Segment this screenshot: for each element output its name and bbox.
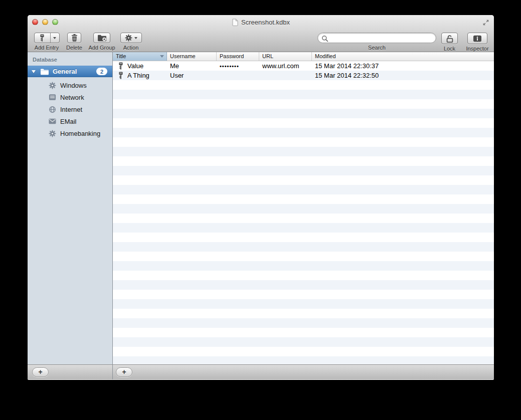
delete-button[interactable] xyxy=(67,33,81,43)
cell-url: www.url.com xyxy=(259,62,312,70)
key-icon xyxy=(118,72,123,79)
gear-icon xyxy=(125,34,132,42)
inspector-icon xyxy=(473,35,482,42)
add-group-button[interactable] xyxy=(93,33,110,43)
column-header-modified[interactable]: Modified xyxy=(312,52,494,61)
inspector-button[interactable] xyxy=(467,33,487,44)
add-group-label: Add Group xyxy=(88,45,115,51)
column-header-url[interactable]: URL xyxy=(259,52,312,61)
sidebar-item-label: Internet xyxy=(60,106,82,113)
add-group-plus-button[interactable]: + xyxy=(32,367,49,377)
sidebar-bottom-bar: + xyxy=(28,365,113,379)
lock-open-icon xyxy=(446,35,454,43)
inspector-label: Inspector xyxy=(466,46,488,52)
search-item: Search xyxy=(317,33,436,51)
sidebar-list: Windows Network Internet EMail Homebanki… xyxy=(28,79,112,139)
entry-table: Title Username Password URL Modified Val… xyxy=(113,52,494,364)
trash-icon xyxy=(71,34,78,42)
main-split: Database General 2 Windows Network xyxy=(28,52,494,364)
window-chrome: Screenshot.kdbx Add Entry Delete xyxy=(28,15,494,52)
sidebar-item-label: Network xyxy=(60,94,84,101)
globe-icon xyxy=(48,105,56,113)
add-entry-button[interactable] xyxy=(34,33,60,43)
sidebar-item-label: EMail xyxy=(60,118,77,125)
sidebar-item-label: Homebanking xyxy=(60,130,100,137)
column-label: Password xyxy=(220,53,244,59)
column-header-title[interactable]: Title xyxy=(113,52,167,61)
document-icon xyxy=(232,19,238,26)
sidebar-group-general[interactable]: General 2 xyxy=(28,66,112,77)
lock-item: Lock xyxy=(441,33,458,52)
table-row[interactable]: A Thing User 15 Mar 2014 22:32:50 xyxy=(113,71,494,80)
cell-password: •••••••• xyxy=(217,63,259,69)
folder-icon xyxy=(40,68,49,75)
chevron-down-icon xyxy=(134,37,137,39)
column-header-username[interactable]: Username xyxy=(167,52,217,61)
key-icon xyxy=(118,62,123,70)
add-group-item: Add Group xyxy=(86,33,117,51)
column-label: Modified xyxy=(315,53,336,59)
cell-modified: 15 Mar 2014 22:32:50 xyxy=(312,72,494,79)
window-title-text: Screenshot.kdbx xyxy=(241,19,290,26)
chevron-down-icon xyxy=(53,37,56,39)
cell-username: Me xyxy=(167,62,217,70)
table-body: Value Me •••••••• www.url.com 15 Mar 201… xyxy=(113,61,494,364)
inspector-item: Inspector xyxy=(464,33,490,52)
gear-icon xyxy=(48,81,56,89)
sidebar-item-network[interactable]: Network xyxy=(28,91,112,103)
column-label: Title xyxy=(116,53,126,59)
add-entry-dropdown[interactable] xyxy=(51,33,59,43)
app-window: Screenshot.kdbx Add Entry Delete xyxy=(28,15,494,380)
fullscreen-icon[interactable] xyxy=(482,19,490,27)
lock-button[interactable] xyxy=(441,33,458,44)
delete-item: Delete xyxy=(64,33,84,51)
bottom-bar: + + xyxy=(28,364,494,379)
search-field xyxy=(317,33,436,43)
add-entry-item: Add Entry xyxy=(33,33,61,51)
search-icon xyxy=(321,35,328,42)
folder-add-icon xyxy=(97,34,107,42)
search-label: Search xyxy=(368,45,386,51)
disclosure-triangle-icon[interactable] xyxy=(32,70,36,73)
action-label: Action xyxy=(123,45,139,51)
sort-arrow-icon xyxy=(160,55,164,58)
cell-title: Value xyxy=(127,62,143,70)
content-bottom-bar: + xyxy=(113,365,494,379)
gear-icon xyxy=(48,129,56,137)
delete-label: Delete xyxy=(66,45,82,51)
column-label: Username xyxy=(170,53,196,59)
add-entry-plus-button[interactable]: + xyxy=(116,367,132,377)
cell-modified: 15 Mar 2014 22:30:37 xyxy=(312,62,494,70)
column-header-password[interactable]: Password xyxy=(217,52,259,61)
sidebar-item-label: Windows xyxy=(60,82,87,89)
group-count-badge: 2 xyxy=(96,68,107,75)
sidebar-item-windows[interactable]: Windows xyxy=(28,79,112,91)
sidebar-item-homebanking[interactable]: Homebanking xyxy=(28,127,112,139)
sidebar-item-internet[interactable]: Internet xyxy=(28,103,112,115)
action-item: Action xyxy=(120,33,142,51)
column-label: URL xyxy=(262,53,273,59)
key-icon xyxy=(40,34,45,42)
sidebar-item-email[interactable]: EMail xyxy=(28,115,112,127)
server-icon xyxy=(48,93,56,101)
titlebar[interactable]: Screenshot.kdbx xyxy=(28,15,494,29)
add-entry-label: Add Entry xyxy=(35,45,59,51)
search-input[interactable] xyxy=(331,34,431,42)
toolbar: Add Entry Delete Add Group Action xyxy=(28,29,494,52)
table-row[interactable]: Value Me •••••••• www.url.com 15 Mar 201… xyxy=(113,61,494,71)
cell-username: User xyxy=(167,72,217,79)
envelope-icon xyxy=(48,117,56,125)
window-title: Screenshot.kdbx xyxy=(28,15,494,29)
action-button[interactable] xyxy=(120,33,142,43)
cell-title: A Thing xyxy=(127,72,149,79)
table-header: Title Username Password URL Modified xyxy=(113,52,494,61)
lock-label: Lock xyxy=(444,46,455,52)
sidebar-group-label: General xyxy=(53,68,96,75)
sidebar: Database General 2 Windows Network xyxy=(28,52,113,364)
sidebar-header: Database xyxy=(28,52,112,66)
